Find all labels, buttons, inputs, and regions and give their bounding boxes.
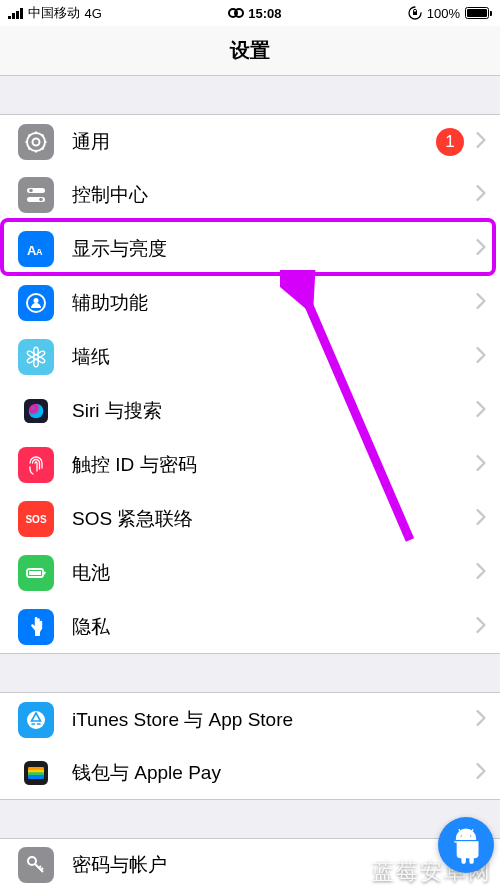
row-wallet[interactable]: 钱包与 Apple Pay xyxy=(0,746,500,800)
battery-icon xyxy=(18,555,54,591)
row-label: Siri 与搜索 xyxy=(72,398,476,424)
siri-icon xyxy=(18,393,54,429)
row-control-center[interactable]: 控制中心 xyxy=(0,168,500,222)
settings-group-1: 通用 1 控制中心 AA 显示与亮度 辅助功能 墙纸 Siri 与搜索 触控 I xyxy=(0,114,500,654)
svg-text:SOS: SOS xyxy=(25,514,46,525)
chevron-right-icon xyxy=(476,347,486,363)
key-icon xyxy=(18,847,54,883)
row-label: SOS 紧急联络 xyxy=(72,506,476,532)
status-right: 100% xyxy=(408,6,492,21)
gear-icon xyxy=(18,124,54,160)
svg-line-11 xyxy=(29,134,31,136)
svg-point-28 xyxy=(29,404,44,419)
svg-text:A: A xyxy=(36,247,43,257)
chevron-right-icon xyxy=(476,455,486,471)
row-general[interactable]: 通用 1 xyxy=(0,114,500,168)
status-left: 中国移动 4G xyxy=(8,4,102,22)
chevron-right-icon xyxy=(476,293,486,309)
chevron-right-icon xyxy=(476,132,486,148)
row-label: 钱包与 Apple Pay xyxy=(72,760,476,786)
group-gap xyxy=(0,800,500,838)
settings-group-2: iTunes Store 与 App Store 钱包与 Apple Pay xyxy=(0,692,500,800)
row-wallpaper[interactable]: 墙纸 xyxy=(0,330,500,384)
battery-pct-label: 100% xyxy=(427,6,460,21)
row-label: 控制中心 xyxy=(72,182,476,208)
status-bar: 中国移动 4G 15:08 100% xyxy=(0,0,500,26)
person-circle-icon xyxy=(18,285,54,321)
chevron-right-icon xyxy=(476,185,486,201)
svg-rect-1 xyxy=(413,12,417,16)
wallet-icon xyxy=(18,755,54,791)
svg-rect-38 xyxy=(28,775,44,779)
hand-icon xyxy=(18,609,54,645)
watermark-logo xyxy=(438,817,494,873)
svg-line-7 xyxy=(42,147,44,149)
row-battery[interactable]: 电池 xyxy=(0,546,500,600)
row-display[interactable]: AA 显示与亮度 xyxy=(0,222,500,276)
row-privacy[interactable]: 隐私 xyxy=(0,600,500,654)
chevron-right-icon xyxy=(476,563,486,579)
row-accessibility[interactable]: 辅助功能 xyxy=(0,276,500,330)
flower-icon xyxy=(18,339,54,375)
carrier-label: 中国移动 xyxy=(28,4,80,22)
battery-icon xyxy=(465,7,492,19)
svg-point-3 xyxy=(33,138,40,145)
sos-icon: SOS xyxy=(18,501,54,537)
time-label: 15:08 xyxy=(248,6,281,21)
row-label: 电池 xyxy=(72,560,476,586)
svg-point-39 xyxy=(28,857,36,865)
row-touchid[interactable]: 触控 ID 与密码 xyxy=(0,438,500,492)
row-label: 隐私 xyxy=(72,614,476,640)
orientation-lock-icon xyxy=(408,6,422,20)
row-label: 辅助功能 xyxy=(72,290,476,316)
chevron-right-icon xyxy=(476,239,486,255)
hotspot-icon xyxy=(228,8,244,18)
row-siri[interactable]: Siri 与搜索 xyxy=(0,384,500,438)
chevron-right-icon xyxy=(476,617,486,633)
row-itunes[interactable]: iTunes Store 与 App Store xyxy=(0,692,500,746)
badge: 1 xyxy=(436,128,464,156)
chevron-right-icon xyxy=(476,710,486,726)
svg-rect-31 xyxy=(44,572,46,575)
svg-point-13 xyxy=(29,189,33,193)
svg-line-9 xyxy=(29,147,31,149)
nav-header: 设置 xyxy=(0,26,500,76)
android-icon xyxy=(447,826,485,864)
chevron-right-icon xyxy=(476,401,486,417)
fingerprint-icon xyxy=(18,447,54,483)
svg-rect-32 xyxy=(29,571,41,575)
svg-line-5 xyxy=(42,134,44,136)
page-title: 设置 xyxy=(230,37,270,64)
switches-icon xyxy=(18,177,54,213)
network-label: 4G xyxy=(85,6,102,21)
row-label: 通用 xyxy=(72,129,436,155)
row-label: iTunes Store 与 App Store xyxy=(72,707,476,733)
row-label: 触控 ID 与密码 xyxy=(72,452,476,478)
row-sos[interactable]: SOS SOS 紧急联络 xyxy=(0,492,500,546)
signal-icon xyxy=(8,8,23,19)
group-gap xyxy=(0,76,500,114)
row-label: 墙纸 xyxy=(72,344,476,370)
aa-icon: AA xyxy=(18,231,54,267)
chevron-right-icon xyxy=(476,509,486,525)
appstore-icon xyxy=(18,702,54,738)
group-gap xyxy=(0,654,500,692)
svg-point-19 xyxy=(34,298,39,303)
row-label: 显示与亮度 xyxy=(72,236,476,262)
status-center: 15:08 xyxy=(228,6,281,21)
svg-point-15 xyxy=(39,198,43,202)
chevron-right-icon xyxy=(476,763,486,779)
